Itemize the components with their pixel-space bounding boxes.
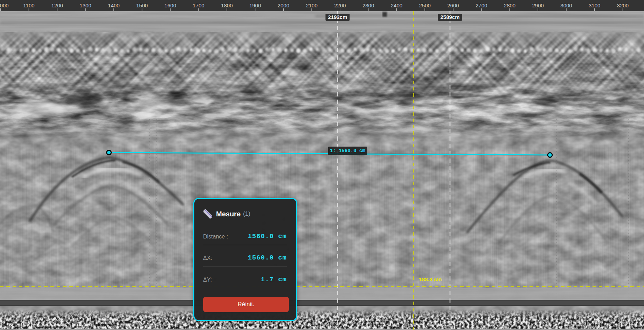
svg-text:1400: 1400 bbox=[108, 2, 119, 8]
svg-text:1700: 1700 bbox=[193, 2, 204, 8]
svg-text:1500: 1500 bbox=[136, 2, 148, 8]
svg-text:3000: 3000 bbox=[560, 2, 572, 8]
svg-text:1600: 1600 bbox=[165, 2, 176, 8]
svg-text:2100: 2100 bbox=[306, 2, 317, 8]
svg-text:2900: 2900 bbox=[532, 2, 544, 8]
svg-text:3100: 3100 bbox=[589, 2, 600, 8]
svg-text:1000: 1000 bbox=[0, 2, 9, 8]
svg-text:2200: 2200 bbox=[334, 2, 346, 8]
svg-text:2600: 2600 bbox=[447, 2, 459, 8]
svg-text:1300: 1300 bbox=[79, 2, 91, 8]
svg-text:2000: 2000 bbox=[278, 2, 289, 8]
svg-text:1100: 1100 bbox=[23, 2, 34, 8]
svg-text:2800: 2800 bbox=[504, 2, 515, 8]
svg-text:2700: 2700 bbox=[476, 2, 487, 8]
svg-text:3200: 3200 bbox=[617, 2, 629, 8]
svg-text:2400: 2400 bbox=[391, 2, 402, 8]
svg-text:1800: 1800 bbox=[221, 2, 233, 8]
svg-text:1900: 1900 bbox=[249, 2, 261, 8]
svg-text:2500: 2500 bbox=[419, 2, 431, 8]
svg-text:2300: 2300 bbox=[362, 2, 374, 8]
svg-text:1200: 1200 bbox=[51, 2, 63, 8]
